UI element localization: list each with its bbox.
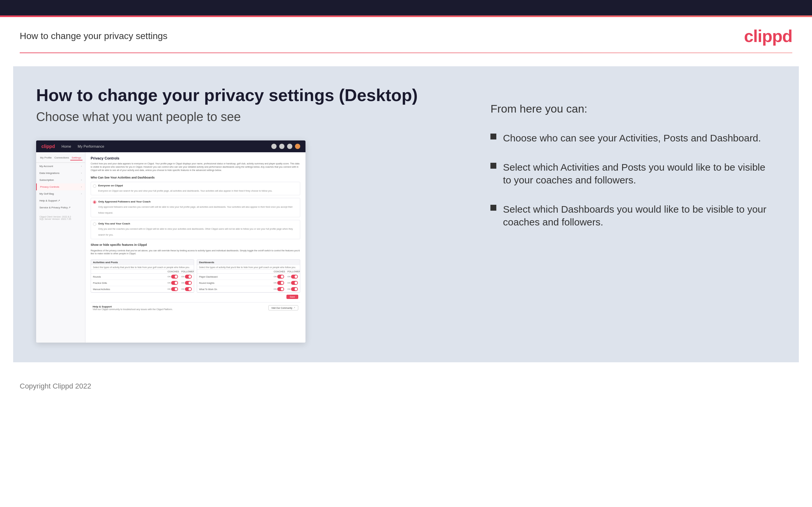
mock-nav-performance: My Performance [78, 145, 104, 148]
mock-player-coaches-text: ON [273, 276, 276, 278]
mock-rounds-coaches-text: ON [167, 276, 170, 278]
bullet-item-3: Select which Dashboards you would like t… [491, 203, 776, 228]
mock-manual-followers-toggle[interactable] [185, 287, 192, 291]
mock-sidebar-privacy-controls[interactable]: Privacy Controls › [36, 183, 85, 190]
mock-community-button[interactable]: Visit Our Community ↗ [268, 305, 298, 311]
mock-toggle-knob-10 [295, 282, 297, 284]
mock-practice-followers-text: ON [181, 282, 184, 284]
mock-round-coaches-toggle[interactable] [277, 281, 284, 285]
mock-icons [271, 144, 300, 149]
mock-rounds-coaches-wrapper: ON [167, 275, 178, 279]
mock-sidebar-privacy-label: Privacy Controls [40, 185, 59, 188]
mock-manual-coaches-wrapper: ON [167, 287, 178, 291]
mock-round-coaches-wrapper: ON [273, 281, 284, 285]
mock-toggle-knob-7 [281, 275, 284, 278]
mock-manual-row: Manual Activities ON [91, 286, 194, 292]
mock-tab-profile[interactable]: My Profile [39, 156, 53, 161]
mock-round-coaches-text: ON [273, 282, 276, 284]
mock-notification-icon [287, 144, 292, 149]
footer: Copyright Clippd 2022 [0, 376, 812, 397]
mock-activities-col-headers: COACHES FOLLOWERS [91, 270, 194, 274]
mock-dash-coaches-col: COACHES [273, 270, 284, 273]
mock-sidebar-privacy-policy[interactable]: Service & Privacy Policy ↗ [36, 204, 85, 211]
mock-radio-followers[interactable]: Only Approved Followers and Your Coach O… [91, 198, 300, 217]
mock-sidebar-my-account[interactable]: My Account › [36, 163, 85, 170]
mock-tab-settings[interactable]: Settings [70, 156, 83, 161]
mock-radio-desc-everyone: Everyone on Clippd can search for you an… [98, 190, 272, 192]
mock-rounds-followers-toggle[interactable] [185, 275, 192, 279]
mock-practice-toggles: ON ON [167, 281, 192, 285]
mock-manual-coaches-text: ON [167, 288, 170, 290]
mock-practice-label: Practice Drills [93, 282, 167, 284]
mock-manual-label: Manual Activities [93, 288, 167, 290]
bullet-square-1 [491, 133, 496, 139]
mock-activities-subheader: Select the types of activity that you'd … [91, 265, 194, 270]
from-here-title: From here you can: [491, 102, 776, 115]
mock-privacy-controls-title: Privacy Controls [91, 156, 300, 160]
mock-save-row: Save [91, 293, 300, 301]
mock-help-text: Help & Support Visit our Clippd communit… [93, 305, 173, 311]
mock-search-icon [271, 144, 276, 149]
mock-what-followers-wrapper: ON [288, 287, 298, 291]
mock-radio-group: Everyone on Clippd Everyone on Clippd ca… [91, 182, 300, 239]
mock-round-followers-wrapper: ON [288, 281, 298, 285]
mock-chevron-icon-5: › [81, 192, 82, 195]
mock-radio-content-only-you: Only You and Your Coach Only you and the… [98, 222, 298, 237]
mock-save-button[interactable]: Save [287, 295, 298, 299]
mock-sidebar-tabs: My Profile Connections Settings [36, 156, 85, 163]
mock-sidebar-golf-bag[interactable]: My Golf Bag › [36, 190, 85, 197]
mock-sidebar-data-integrations[interactable]: Data Integrations › [36, 170, 85, 177]
mock-tab-connections[interactable]: Connections [53, 156, 70, 161]
mock-activities-table: Activities and Posts Select the types of… [91, 259, 194, 293]
mock-practice-followers-toggle[interactable] [185, 281, 192, 285]
mock-player-dashboard-row: Player Dashboard ON O [197, 274, 300, 280]
mock-privacy-controls-desc: Control how you and your data appears to… [91, 162, 300, 172]
mock-radio-desc-followers: Only approved followers and coaches you … [98, 206, 293, 214]
mock-logo: clippd [41, 144, 55, 149]
mock-round-followers-toggle[interactable] [291, 281, 298, 285]
copyright: Copyright Clippd 2022 [20, 382, 91, 390]
mock-round-insights-toggles: ON ON [273, 281, 298, 285]
mock-manual-coaches-toggle[interactable] [171, 287, 178, 291]
mock-radio-circle-followers [93, 201, 96, 204]
mock-practice-coaches-toggle[interactable] [171, 281, 178, 285]
mock-chevron-icon-4: › [81, 186, 82, 188]
mock-rounds-row: Rounds ON ON [91, 274, 194, 280]
mock-what-followers-text: ON [288, 288, 290, 290]
mock-what-followers-toggle[interactable] [291, 287, 298, 291]
mock-what-coaches-toggle[interactable] [277, 287, 284, 291]
mock-round-followers-text: ON [288, 282, 290, 284]
mock-player-followers-toggle[interactable] [291, 275, 298, 279]
mock-dashboards-header: Dashboards [197, 260, 300, 265]
mock-sidebar-subscription[interactable]: Subscription › [36, 177, 85, 183]
mock-toggle-knob-2 [189, 275, 191, 278]
bullet-text-2: Select which Activities and Posts you wo… [503, 161, 776, 186]
mock-radio-label-everyone: Everyone on Clippd [98, 184, 272, 187]
mock-help-title: Help & Support [93, 305, 173, 308]
mock-radio-label-followers: Only Approved Followers and Your Coach [98, 200, 298, 203]
page-heading: How to change your privacy settings (Des… [36, 86, 464, 105]
mock-radio-everyone[interactable]: Everyone on Clippd Everyone on Clippd ca… [91, 182, 300, 195]
mock-sidebar-help[interactable]: Help & Support ↗ [36, 197, 85, 204]
mock-player-coaches-toggle[interactable] [277, 275, 284, 279]
mock-toggle-knob-9 [281, 282, 284, 284]
mock-sidebar-subscription-label: Subscription [39, 178, 54, 181]
mock-body: My Profile Connections Settings My Accou… [36, 152, 305, 343]
mock-radio-circle-only-you [93, 223, 96, 226]
mock-radio-only-you[interactable]: Only You and Your Coach Only you and the… [91, 220, 300, 239]
mock-toggle-knob-8 [295, 275, 297, 278]
bullet-square-3 [491, 205, 496, 211]
mock-dashboard-col-group: COACHES FOLLOWERS [273, 270, 298, 273]
mock-chevron-icon-3: › [81, 179, 82, 181]
mock-chevron-icon-2: › [81, 172, 82, 174]
mock-dash-followers-col: FOLLOWERS [288, 270, 298, 273]
mock-coaches-col: COACHES [167, 270, 178, 273]
mock-toggle-knob-11 [281, 288, 284, 290]
mock-who-can-see-title: Who Can See Your Activities and Dashboar… [91, 176, 300, 179]
mock-avatar [295, 144, 300, 149]
mock-rounds-coaches-toggle[interactable] [171, 275, 178, 279]
mock-community-label: Visit Our Community [271, 307, 292, 309]
mock-player-followers-text: ON [288, 276, 290, 278]
top-bar [0, 0, 812, 17]
mock-what-to-work-label: What To Work On [199, 288, 273, 290]
